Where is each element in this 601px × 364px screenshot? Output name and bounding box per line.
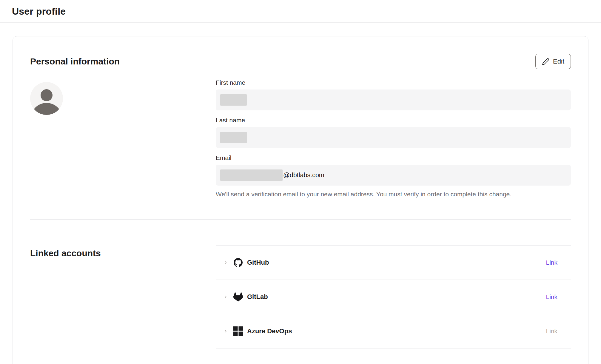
email-domain-text: @dbtlabs.com	[283, 172, 324, 179]
page-header: User profile	[0, 0, 601, 23]
linked-accounts-heading: Linked accounts	[30, 248, 216, 259]
linked-account-row-gitlab: GitLab Link	[216, 280, 571, 314]
link-gitlab-action[interactable]: Link	[546, 293, 557, 300]
azure-devops-icon	[233, 326, 243, 336]
gitlab-icon	[233, 292, 243, 302]
linked-account-row-github: GitHub Link	[216, 246, 571, 280]
personal-info-header: Personal information Edit	[30, 54, 571, 69]
avatar	[30, 82, 63, 115]
chevron-right-icon[interactable]	[223, 294, 228, 300]
main-content: Personal information Edit First name	[0, 23, 601, 364]
first-name-field-group: First name	[216, 78, 571, 110]
last-name-label: Last name	[216, 116, 571, 124]
last-name-input[interactable]	[216, 127, 571, 148]
linked-account-row-azure-devops: Azure DevOps Link	[216, 314, 571, 348]
linked-account-name: GitHub	[247, 259, 269, 266]
personal-info-form: First name Last name Email @dbtlabs.	[216, 78, 571, 198]
email-helper-text: We'll send a verification email to your …	[216, 190, 571, 198]
page-title: User profile	[12, 5, 589, 17]
link-github-action[interactable]: Link	[546, 259, 557, 266]
first-name-label: First name	[216, 78, 571, 87]
pencil-icon	[542, 58, 549, 65]
person-silhouette-icon	[41, 89, 53, 101]
email-label: Email	[216, 153, 571, 162]
chevron-right-icon[interactable]	[223, 260, 228, 265]
redacted-email-local-part	[220, 169, 283, 181]
redacted-last-name-value	[220, 132, 247, 143]
linked-account-name: GitLab	[247, 293, 268, 301]
user-profile-card: Personal information Edit First name	[13, 36, 588, 364]
personal-info-heading: Personal information	[30, 56, 120, 67]
email-input[interactable]: @dbtlabs.com	[216, 165, 571, 186]
redacted-first-name-value	[220, 94, 247, 106]
linked-accounts-left-column: Linked accounts	[30, 245, 216, 348]
edit-button[interactable]: Edit	[535, 54, 571, 69]
linked-accounts-list: GitHub Link GitLab Link	[216, 245, 571, 348]
section-divider	[30, 219, 571, 220]
edit-button-label: Edit	[553, 58, 564, 65]
linked-accounts-section: Linked accounts GitHub Link	[30, 245, 571, 348]
person-silhouette-shoulders	[32, 103, 61, 115]
personal-info-section: First name Last name Email @dbtlabs.	[30, 78, 571, 198]
email-field-group: Email @dbtlabs.com We'll send a verifica…	[216, 153, 571, 198]
link-azure-devops-action[interactable]: Link	[546, 328, 557, 335]
personal-info-left-column	[30, 78, 216, 198]
linked-account-name: Azure DevOps	[247, 327, 292, 335]
github-icon	[233, 258, 243, 267]
chevron-right-icon[interactable]	[223, 328, 228, 334]
last-name-field-group: Last name	[216, 116, 571, 148]
first-name-input[interactable]	[216, 90, 571, 110]
